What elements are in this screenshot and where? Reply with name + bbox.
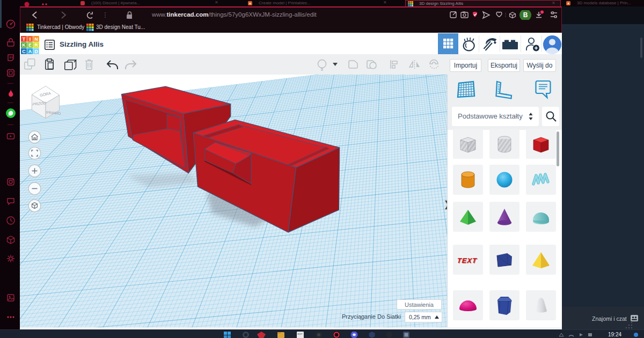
svg-text:TEXT: TEXT: [457, 257, 478, 265]
svg-text:EDIT: EDIT: [298, 333, 303, 335]
svg-text:R: R: [34, 42, 38, 48]
svg-text:N: N: [34, 36, 38, 42]
svg-text:B: B: [523, 11, 528, 19]
svg-text:D: D: [34, 49, 38, 54]
svg-text:K: K: [22, 42, 26, 48]
svg-text:E: E: [28, 42, 32, 48]
svg-text:C: C: [22, 49, 26, 54]
svg-text:T: T: [23, 36, 26, 42]
svg-text:I: I: [30, 36, 31, 42]
svg-text:A: A: [28, 49, 32, 54]
